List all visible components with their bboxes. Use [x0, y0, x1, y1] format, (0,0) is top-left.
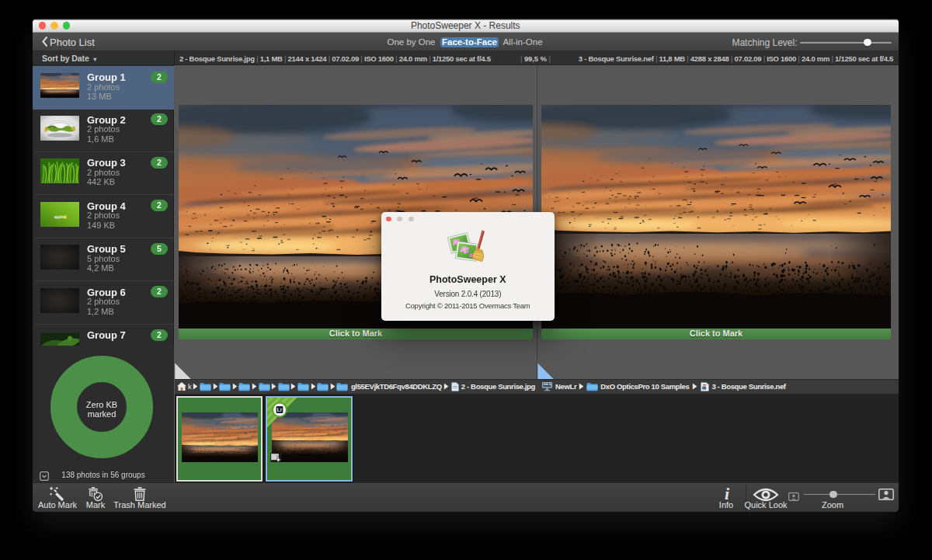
svg-text:Lr: Lr	[277, 406, 283, 412]
